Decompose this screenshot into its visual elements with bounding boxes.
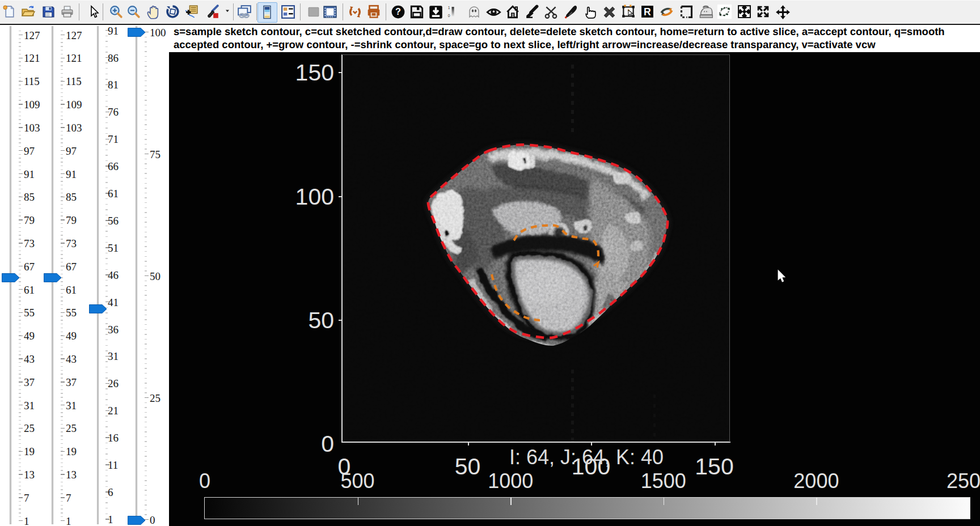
svg-text:0: 0 [448, 14, 450, 18]
svg-text:R: R [644, 6, 651, 18]
svg-text:1: 1 [448, 6, 450, 10]
svg-text:?: ? [395, 6, 401, 16]
